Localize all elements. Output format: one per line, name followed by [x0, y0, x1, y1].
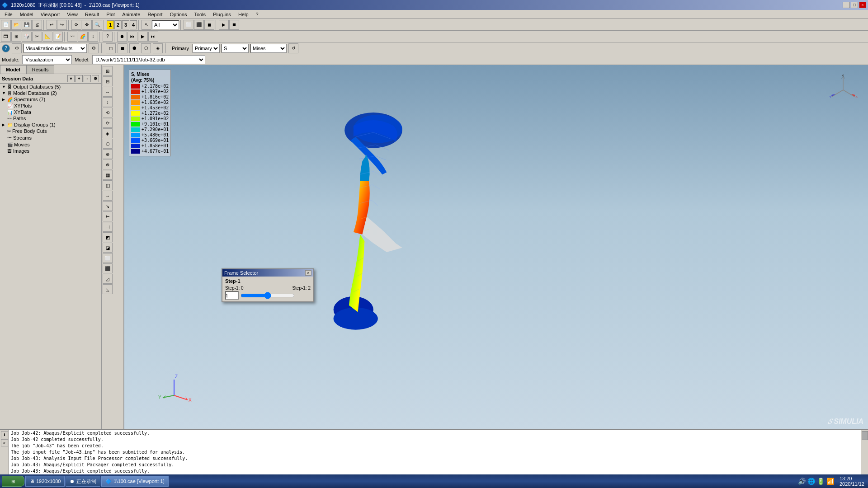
symbol-button[interactable]: ↕ [88, 32, 98, 42]
dialog-close-button[interactable]: × [305, 270, 311, 276]
step4-button[interactable]: 4 [130, 20, 137, 29]
tab-model[interactable]: Model [0, 65, 26, 74]
clip-button[interactable]: ✂ [32, 32, 42, 42]
side-btn18[interactable]: ◪ [103, 243, 113, 253]
minimize-button[interactable]: _ [843, 2, 850, 8]
menu-help[interactable]: Help [235, 11, 252, 18]
tree-spectrums[interactable]: ▶ 🌈 Spectrums (7) [0, 96, 101, 103]
menu-report[interactable]: Report [144, 11, 166, 18]
side-btn8[interactable]: ⬡ [103, 139, 113, 149]
side-btn6[interactable]: ⟳ [103, 118, 113, 128]
anim-next-button[interactable]: ⏭ [148, 32, 158, 42]
expand-icon[interactable]: + [75, 75, 83, 82]
tree-free-body-cuts[interactable]: ✂ Free Body Cuts [0, 128, 101, 134]
side-btn1[interactable]: ⊞ [103, 66, 113, 76]
anim-play-button[interactable]: ▶ [138, 32, 148, 42]
viz-icon4[interactable]: ⬡ [141, 43, 151, 53]
side-btn4[interactable]: ↕ [103, 97, 113, 107]
menu-tools[interactable]: Tools [190, 11, 209, 18]
menu-options[interactable]: Options [166, 11, 191, 18]
step1-button[interactable]: 1 [107, 20, 114, 29]
undo-button[interactable]: ↩ [47, 20, 57, 30]
anim-record-button[interactable]: ⏺ [117, 32, 127, 42]
taskbar-item3[interactable]: 🔷 1\100.cae [Viewport: 1] [101, 476, 168, 487]
annotation-button[interactable]: 📝 [53, 32, 63, 42]
rotate-button[interactable]: ⟳ [71, 20, 81, 30]
zoom-button[interactable]: 🔍 [92, 20, 102, 30]
frame-input[interactable]: 1 [225, 291, 239, 300]
viz-gear-button[interactable]: ⚙ [89, 43, 99, 53]
tree-movies[interactable]: 🎬 Movies [0, 141, 101, 148]
side-btn15[interactable]: ⊢ [103, 211, 113, 221]
mises-dropdown[interactable]: Mises [250, 44, 287, 53]
viz-refresh-button[interactable]: ↺ [288, 43, 298, 53]
menu-file[interactable]: File [1, 11, 16, 18]
side-btn5[interactable]: ⟲ [103, 108, 113, 117]
pan-button[interactable]: ✥ [82, 20, 92, 30]
side-btn17[interactable]: ◩ [103, 232, 113, 242]
menu-plugins[interactable]: Plug-ins [209, 11, 235, 18]
side-btn7[interactable]: ◈ [103, 128, 113, 138]
tree-xyplots[interactable]: 📈 XYPlots [0, 103, 101, 109]
view3d-button[interactable]: 🎲 [22, 32, 32, 42]
side-btn22[interactable]: ◺ [103, 284, 113, 294]
primary-dropdown[interactable]: Primary [193, 44, 220, 53]
wireframe-button[interactable]: ⬜ [184, 20, 193, 30]
model-dropdown[interactable]: D:/work/11/1111/11/Job-32.odb [92, 55, 205, 64]
side-btn10[interactable]: ⊗ [103, 160, 113, 169]
viz-defaults-dropdown[interactable]: Visualization defaults [24, 44, 87, 53]
close-button[interactable]: × [859, 2, 866, 8]
menu-result[interactable]: Result [81, 11, 103, 18]
side-btn14[interactable]: ↘ [103, 201, 113, 211]
filter-icon[interactable]: ▼ [67, 75, 75, 82]
help-viz-button[interactable]: ? [2, 44, 10, 52]
print-button[interactable]: 🖨 [32, 20, 42, 30]
menu-view[interactable]: View [63, 11, 81, 18]
side-btn3[interactable]: ↔ [103, 87, 113, 97]
tree-model-database[interactable]: ▼ 🗄 Model Database (2) [0, 90, 101, 96]
settings-icon[interactable]: ⚙ [92, 75, 99, 82]
side-btn21[interactable]: ◿ [103, 274, 113, 284]
side-btn13[interactable]: → [103, 191, 113, 201]
all-dropdown[interactable]: All [152, 20, 179, 29]
save-button[interactable]: 💾 [22, 20, 32, 30]
open-button[interactable]: 📂 [11, 20, 21, 30]
side-btn9[interactable]: ⊕ [103, 149, 113, 159]
log-icon2[interactable]: » [1, 439, 8, 446]
menu-question[interactable]: ? [252, 11, 262, 18]
redo-button[interactable]: ↪ [57, 20, 67, 30]
step2-button[interactable]: 2 [114, 20, 122, 29]
side-btn16[interactable]: ⊣ [103, 222, 113, 232]
tree-xydata[interactable]: 📊 XYData [0, 109, 101, 115]
tab-results[interactable]: Results [26, 65, 55, 74]
query-button[interactable]: ? [103, 32, 113, 42]
select-button[interactable]: ↖ [142, 20, 151, 30]
viz-icon1[interactable]: ◻ [106, 43, 116, 53]
side-btn19[interactable]: ⬜ [103, 253, 113, 263]
viewport2-button[interactable]: ⊞ [11, 32, 21, 42]
frame-slider[interactable] [241, 292, 295, 299]
deform-button[interactable]: 〰 [67, 32, 77, 42]
solid-button[interactable]: ⬛ [194, 20, 204, 30]
contour-button[interactable]: 🌈 [78, 32, 88, 42]
measure-button[interactable]: 📐 [42, 32, 52, 42]
module-dropdown[interactable]: Visualization [22, 55, 72, 64]
menu-model[interactable]: Model [16, 11, 37, 18]
viz-settings-button[interactable]: ⚙ [12, 43, 22, 53]
viewport-button[interactable]: 🗔 [1, 32, 11, 42]
viz-icon2[interactable]: ◼ [118, 43, 127, 53]
menu-animate[interactable]: Animate [118, 11, 144, 18]
start-button[interactable]: ⊞ [2, 476, 24, 487]
side-btn2[interactable]: ⊟ [103, 76, 113, 86]
tree-output-databases[interactable]: ▼ 🗄 Output Databases (5) [0, 84, 101, 90]
menu-plot[interactable]: Plot [103, 11, 118, 18]
step3-button[interactable]: 3 [122, 20, 129, 29]
s-dropdown[interactable]: S [222, 44, 249, 53]
side-btn20[interactable]: ⬛ [103, 263, 113, 273]
tree-images[interactable]: 🖼 Images [0, 148, 101, 154]
shaded-button[interactable]: ◼ [204, 20, 214, 30]
side-btn11[interactable]: ▦ [103, 170, 113, 180]
taskbar-item1[interactable]: 🖥 868x488 [25, 476, 65, 487]
stop-button[interactable]: ⏹ [229, 20, 239, 30]
viz-icon3[interactable]: ⬢ [129, 43, 139, 53]
